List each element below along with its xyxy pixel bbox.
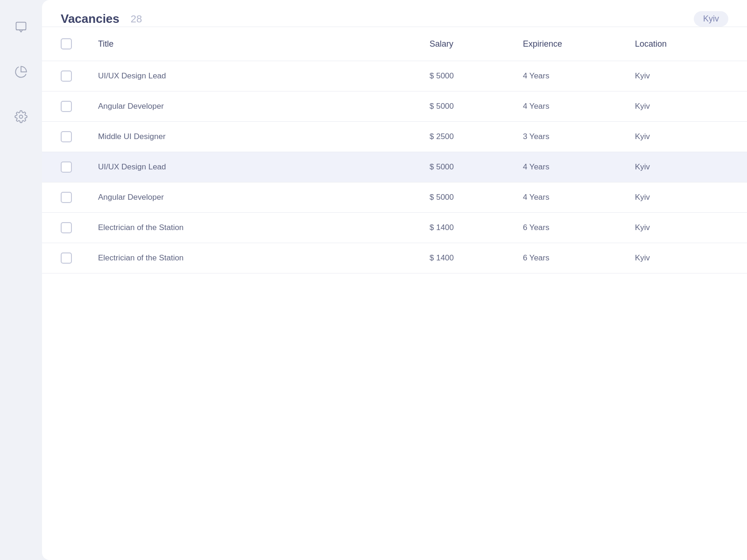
row-salary: $ 2500 [430,132,523,141]
row-checkbox-3[interactable] [61,131,72,142]
header-salary: Salary [430,39,523,49]
sidebar [0,0,42,560]
svg-rect-0 [16,22,26,30]
row-location: Kyiv [635,193,728,202]
table-row: Angular Developer $ 5000 4 Years Kyiv [42,91,747,122]
chat-icon[interactable] [13,19,29,35]
row-title: UI/UX Design Lead [98,71,430,81]
row-title: Angular Developer [98,193,430,202]
row-checkbox-cell [61,222,98,233]
row-salary: $ 5000 [430,71,523,81]
row-experience: 4 Years [523,102,635,111]
row-experience: 4 Years [523,193,635,202]
row-experience: 4 Years [523,71,635,81]
row-title: Angular Developer [98,102,430,111]
row-location: Kyiv [635,253,728,263]
table-row: Angular Developer $ 5000 4 Years Kyiv [42,182,747,213]
row-checkbox-cell [61,252,98,264]
table-row: Middle UI Designer $ 2500 3 Years Kyiv [42,122,747,152]
row-checkbox-6[interactable] [61,222,72,233]
table-header-row: Title Salary Expirience Location [42,27,747,61]
row-checkbox-cell [61,101,98,112]
location-filter-badge[interactable]: Kyiv [694,11,728,27]
row-title: Electrician of the Station [98,223,430,232]
chart-icon[interactable] [13,63,29,80]
vacancies-table: Title Salary Expirience Location UI/UX D… [42,27,747,273]
row-salary: $ 5000 [430,193,523,202]
table-body: UI/UX Design Lead $ 5000 4 Years Kyiv An… [42,61,747,273]
table-row: UI/UX Design Lead $ 5000 4 Years Kyiv [42,61,747,91]
header-experience: Expirience [523,39,635,49]
row-location: Kyiv [635,162,728,172]
row-title: Middle UI Designer [98,132,430,141]
row-experience: 6 Years [523,253,635,263]
row-location: Kyiv [635,71,728,81]
row-salary: $ 5000 [430,102,523,111]
header-section: Vacancies 28 Kyiv [42,0,747,27]
row-checkbox-2[interactable] [61,101,72,112]
vacancies-title: Vacancies [61,12,120,26]
row-location: Kyiv [635,102,728,111]
row-experience: 6 Years [523,223,635,232]
row-title: Electrician of the Station [98,253,430,263]
row-salary: $ 1400 [430,253,523,263]
select-all-checkbox[interactable] [61,38,72,49]
row-experience: 3 Years [523,132,635,141]
row-salary: $ 5000 [430,162,523,172]
row-location: Kyiv [635,223,728,232]
header-location: Location [635,39,728,49]
row-experience: 4 Years [523,162,635,172]
row-checkbox-1[interactable] [61,70,72,82]
row-checkbox-cell [61,192,98,203]
row-checkbox-4[interactable] [61,161,72,173]
table-row: Electrician of the Station $ 1400 6 Year… [42,243,747,273]
row-location: Kyiv [635,132,728,141]
table-row: UI/UX Design Lead $ 5000 4 Years Kyiv [42,152,747,182]
row-checkbox-cell [61,131,98,142]
row-title: UI/UX Design Lead [98,162,430,172]
row-checkbox-cell [61,70,98,82]
header-title: Title [98,39,430,49]
vacancies-count: 28 [131,13,142,25]
main-content: Vacancies 28 Kyiv Title Salary Expirienc… [42,0,747,560]
settings-icon[interactable] [13,108,29,125]
row-checkbox-7[interactable] [61,252,72,264]
table-row: Electrician of the Station $ 1400 6 Year… [42,213,747,243]
row-salary: $ 1400 [430,223,523,232]
row-checkbox-cell [61,161,98,173]
svg-point-1 [20,115,23,119]
row-checkbox-5[interactable] [61,192,72,203]
header-checkbox-cell [61,38,98,49]
